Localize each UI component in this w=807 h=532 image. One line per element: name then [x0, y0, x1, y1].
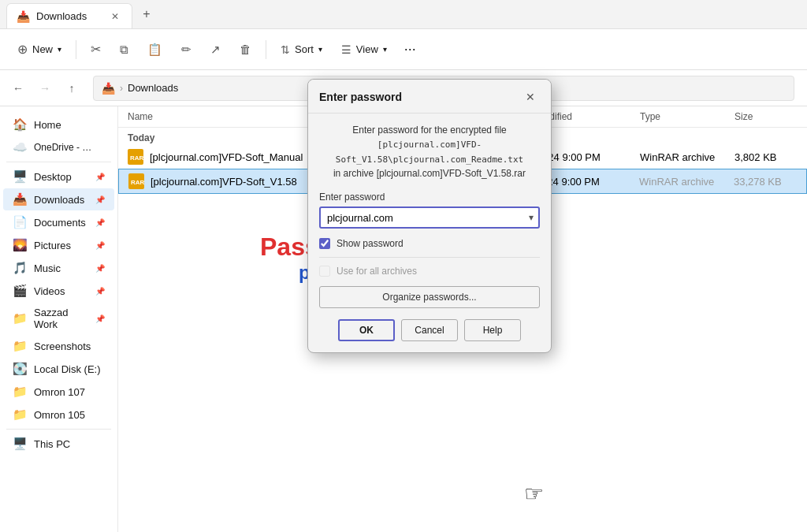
- use-for-all-checkbox[interactable]: [319, 266, 330, 277]
- pin-icon-sazzad: 📌: [95, 314, 105, 323]
- delete-icon: 🗑: [240, 43, 251, 56]
- back-button[interactable]: ←: [6, 76, 30, 100]
- rename-button[interactable]: ✏: [173, 35, 199, 64]
- tab-icon: 📥: [17, 10, 30, 23]
- sidebar-item-desktop[interactable]: 🖥️ Desktop 📌: [3, 166, 114, 188]
- videos-icon: 🎬: [13, 284, 28, 298]
- pin-icon-music: 📌: [95, 264, 105, 273]
- file-type-2: WinRAR archive: [639, 176, 734, 188]
- dialog-desc-line3: in archive [plcjournal.com]VFD-Soft_V1.5…: [333, 168, 526, 179]
- view-dropdown-icon: ▾: [383, 45, 387, 54]
- password-input-wrap: ▾: [319, 206, 540, 229]
- copy-icon: ⧉: [120, 43, 128, 57]
- tab-title: Downloads: [36, 10, 102, 22]
- help-button[interactable]: Help: [464, 319, 521, 341]
- sort-button[interactable]: ⇅ Sort ▾: [273, 35, 330, 64]
- paste-button[interactable]: 📋: [139, 35, 170, 64]
- sidebar-label-screenshots: Screenshots: [34, 340, 91, 352]
- file-size-1: 3,802 KB: [734, 151, 798, 163]
- svg-text:RAR: RAR: [131, 179, 144, 186]
- new-button[interactable]: ⊕ New ▾: [9, 35, 69, 64]
- view-label: View: [356, 43, 378, 55]
- sidebar-label-downloads: Downloads: [34, 194, 84, 206]
- pin-icon-desktop: 📌: [95, 173, 105, 181]
- svg-text:RAR: RAR: [130, 154, 143, 162]
- pictures-icon: 🌄: [13, 238, 28, 252]
- view-button[interactable]: ☰ View ▾: [333, 35, 395, 64]
- sidebar-item-downloads[interactable]: 📥 Downloads 📌: [3, 188, 114, 210]
- show-password-label: Show password: [337, 238, 404, 249]
- sidebar-item-screenshots[interactable]: 📁 Screenshots: [3, 335, 114, 357]
- new-label: New: [32, 43, 53, 55]
- sidebar-label-home: Home: [34, 119, 61, 131]
- downloads-icon: 📥: [13, 192, 28, 206]
- use-for-all-row: Use for all archives: [319, 266, 540, 277]
- file-title-2: [plcjournal.com]VFD-Soft_V1.58: [151, 176, 297, 188]
- sidebar-item-home[interactable]: 🏠 Home: [3, 113, 114, 136]
- sidebar-item-onedrive[interactable]: ☁️ OneDrive - Persc: [3, 136, 114, 158]
- dialog-desc-line1: Enter password for the encrypted file: [352, 125, 506, 136]
- delete-button[interactable]: 🗑: [232, 35, 259, 64]
- sidebar-label-omron105: Omron 105: [34, 409, 85, 421]
- sort-dropdown-icon: ▾: [318, 45, 322, 54]
- pin-icon-pictures: 📌: [95, 241, 105, 250]
- dialog-footer: OK Cancel Help: [319, 319, 540, 341]
- file-size-2: 33,278 KB: [734, 176, 797, 188]
- sidebar-divider-2: [6, 429, 111, 430]
- rename-icon: ✏: [181, 43, 192, 57]
- show-password-row: Show password: [319, 238, 540, 249]
- cancel-button[interactable]: Cancel: [401, 319, 458, 341]
- ok-button[interactable]: OK: [338, 319, 395, 341]
- sidebar-item-omron105[interactable]: 📁 Omron 105: [3, 404, 114, 426]
- sidebar-item-sazzad[interactable]: 📁 Sazzad Work 📌: [3, 303, 114, 334]
- sidebar-item-videos[interactable]: 🎬 Videos 📌: [3, 280, 114, 302]
- dialog-divider: [319, 257, 540, 258]
- sidebar-item-pictures[interactable]: 🌄 Pictures 📌: [3, 234, 114, 256]
- sidebar-item-music[interactable]: 🎵 Music 📌: [3, 257, 114, 279]
- sidebar: 🏠 Home ☁️ OneDrive - Persc 🖥️ Desktop 📌 …: [0, 106, 118, 532]
- sidebar-item-thispc[interactable]: 🖥️ This PC: [3, 433, 114, 455]
- pin-icon-documents: 📌: [95, 218, 105, 227]
- sidebar-item-documents[interactable]: 📄 Documents 📌: [3, 211, 114, 233]
- sidebar-divider-1: [6, 162, 111, 162]
- dropdown-arrow-icon[interactable]: ▾: [529, 212, 534, 223]
- view-icon: ☰: [341, 43, 351, 56]
- new-tab-button[interactable]: +: [136, 3, 158, 25]
- use-for-all-label: Use for all archives: [337, 266, 417, 277]
- enter-password-dialog: Enter password ✕ Enter password for the …: [307, 79, 552, 353]
- sidebar-item-omron107[interactable]: 📁 Omron 107: [3, 381, 114, 403]
- toolbar-separator-2: [266, 40, 266, 59]
- sidebar-label-omron107: Omron 107: [34, 386, 85, 398]
- omron107-icon: 📁: [13, 385, 28, 399]
- up-button[interactable]: ↑: [60, 76, 84, 100]
- forward-button[interactable]: →: [33, 76, 57, 100]
- rar-icon-2: RAR: [128, 173, 144, 189]
- share-icon: ↗: [210, 43, 221, 57]
- tab-close-button[interactable]: ✕: [108, 9, 122, 24]
- pin-icon-downloads: 📌: [95, 195, 105, 204]
- paste-icon: 📋: [147, 43, 162, 57]
- rar-icon-1: RAR: [128, 149, 143, 165]
- col-type: Type: [640, 111, 734, 122]
- sidebar-label-sazzad: Sazzad Work: [34, 307, 89, 330]
- share-button[interactable]: ↗: [203, 35, 229, 64]
- dialog-close-button[interactable]: ✕: [521, 87, 540, 106]
- onedrive-icon: ☁️: [13, 140, 28, 154]
- sidebar-label-thispc: This PC: [34, 438, 70, 450]
- sidebar-label-pictures: Pictures: [34, 240, 71, 251]
- organize-passwords-button[interactable]: Organize passwords...: [319, 286, 540, 308]
- thispc-icon: 🖥️: [13, 437, 28, 451]
- path-separator: ›: [120, 83, 123, 94]
- dialog-title: Enter password: [319, 91, 402, 103]
- cut-button[interactable]: ✂: [83, 35, 109, 64]
- downloads-tab[interactable]: 📥 Downloads ✕: [6, 3, 132, 28]
- show-password-checkbox[interactable]: [319, 238, 330, 249]
- file-title-1: [plcjournal.com]VFD-Soft_Manual: [150, 151, 303, 163]
- music-icon: 🎵: [13, 261, 28, 275]
- password-input[interactable]: [319, 206, 540, 229]
- copy-button[interactable]: ⧉: [112, 35, 136, 64]
- dialog-body: Enter password for the encrypted file [p…: [308, 113, 551, 352]
- more-button[interactable]: ···: [398, 35, 422, 64]
- toolbar: ⊕ New ▾ ✂ ⧉ 📋 ✏ ↗ 🗑 ⇅ Sort ▾ ☰ View ▾ ··…: [0, 29, 807, 70]
- sidebar-item-localdisk[interactable]: 💽 Local Disk (E:): [3, 358, 114, 380]
